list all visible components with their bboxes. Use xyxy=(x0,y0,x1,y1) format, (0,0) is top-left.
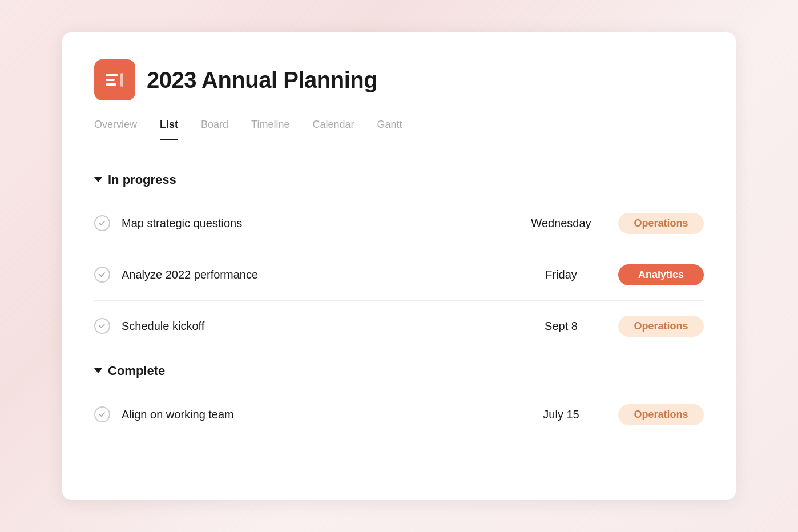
tab-overview[interactable]: Overview xyxy=(94,119,137,140)
svg-rect-2 xyxy=(106,83,116,86)
task-name: Map strategic questions xyxy=(122,217,504,230)
svg-rect-1 xyxy=(106,79,115,81)
planning-icon xyxy=(103,68,126,91)
table-row: Schedule kickoff Sept 8 Operations xyxy=(94,301,704,352)
check-icon[interactable] xyxy=(94,406,110,422)
tab-board[interactable]: Board xyxy=(201,119,228,140)
task-name: Align on working team xyxy=(122,408,504,421)
task-name: Analyze 2022 performance xyxy=(122,268,504,281)
app-icon xyxy=(94,59,135,100)
task-name: Schedule kickoff xyxy=(122,320,504,333)
main-card: 2023 Annual Planning Overview List Board… xyxy=(62,32,736,500)
tab-timeline[interactable]: Timeline xyxy=(251,119,289,140)
table-row: Map strategic questions Wednesday Operat… xyxy=(94,198,704,249)
task-tag[interactable]: Operations xyxy=(618,316,704,337)
task-date: Friday xyxy=(504,268,618,281)
check-icon[interactable] xyxy=(94,267,110,283)
svg-rect-3 xyxy=(120,73,123,87)
chevron-down-icon xyxy=(94,177,102,182)
complete-title: Complete xyxy=(108,364,165,378)
check-icon[interactable] xyxy=(94,318,110,334)
in-progress-section-header[interactable]: In progress xyxy=(94,161,704,198)
chevron-down-icon xyxy=(94,368,102,373)
tab-gantt[interactable]: Gantt xyxy=(377,119,402,140)
task-tag[interactable]: Analytics xyxy=(618,264,704,285)
complete-section-header[interactable]: Complete xyxy=(94,352,704,389)
page-title: 2023 Annual Planning xyxy=(147,67,377,93)
task-date: Sept 8 xyxy=(504,320,618,333)
table-row: Align on working team July 15 Operations xyxy=(94,389,704,440)
table-row: Analyze 2022 performance Friday Analytic… xyxy=(94,249,704,301)
tab-list[interactable]: List xyxy=(160,119,178,140)
svg-rect-0 xyxy=(106,74,118,76)
task-date: Wednesday xyxy=(504,217,618,230)
header: 2023 Annual Planning xyxy=(94,59,704,100)
task-tag[interactable]: Operations xyxy=(618,404,704,425)
in-progress-title: In progress xyxy=(108,172,176,187)
check-icon[interactable] xyxy=(94,215,110,231)
task-date: July 15 xyxy=(504,408,618,421)
task-tag[interactable]: Operations xyxy=(618,213,704,234)
tab-calendar[interactable]: Calendar xyxy=(312,119,354,140)
tabs-bar: Overview List Board Timeline Calendar Ga… xyxy=(94,119,704,140)
